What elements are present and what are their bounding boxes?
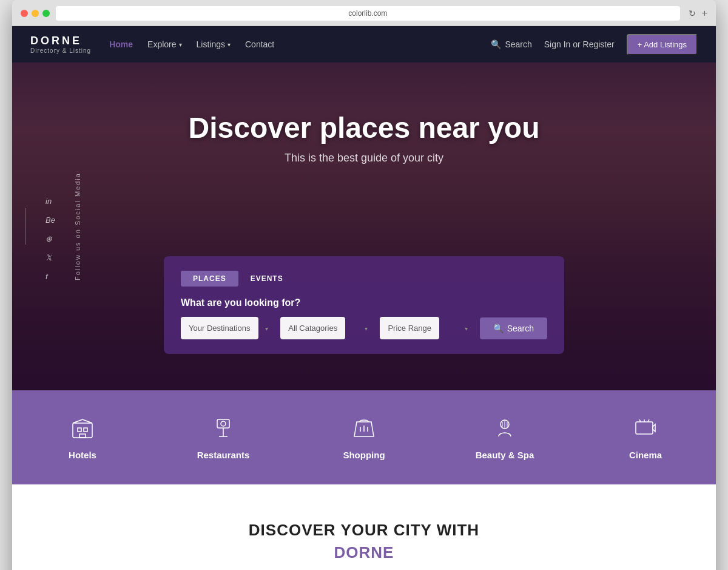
hero-section: Follow us on Social Media in Be ⊕ 𝕏 f Di… xyxy=(12,63,716,390)
window-controls xyxy=(21,10,50,17)
behance-icon[interactable]: Be xyxy=(46,215,55,225)
svg-line-4 xyxy=(73,419,83,423)
search-icon: 🔍 xyxy=(491,39,501,49)
hero-title: Discover places near you xyxy=(36,111,692,144)
shopping-label: Shopping xyxy=(343,450,385,460)
refresh-button[interactable]: ↻ xyxy=(689,8,696,18)
svg-rect-3 xyxy=(79,434,86,438)
svg-line-5 xyxy=(83,419,92,423)
page-content: DORNE Directory & Listing Home Explore ▾… xyxy=(12,26,716,570)
nav-listings[interactable]: Listings ▾ xyxy=(197,39,231,49)
linkedin-icon[interactable]: in xyxy=(46,197,55,206)
twitter-icon[interactable]: 𝕏 xyxy=(46,253,55,262)
price-wrapper: Price Range ▾ xyxy=(380,317,473,339)
social-follow-text: Follow us on Social Media xyxy=(72,172,83,280)
price-arrow-icon: ▾ xyxy=(465,325,468,331)
categories-select[interactable]: All Catagories xyxy=(280,317,345,339)
destination-wrapper: Your Destinations ▾ xyxy=(181,317,274,339)
explore-arrow-icon: ▾ xyxy=(179,41,182,48)
svg-rect-2 xyxy=(84,428,87,432)
destination-arrow-icon: ▾ xyxy=(265,325,268,331)
shopping-icon xyxy=(351,415,377,441)
category-restaurants[interactable]: Restaurants xyxy=(153,390,294,484)
hotel-icon xyxy=(69,415,96,441)
nav-home[interactable]: Home xyxy=(109,39,133,49)
logo-subtitle: Directory & Listing xyxy=(30,47,91,54)
navbar: DORNE Directory & Listing Home Explore ▾… xyxy=(12,26,716,63)
discover-title: DISCOVER YOUR CITY WITH xyxy=(36,521,692,540)
cinema-label: Cinema xyxy=(629,450,662,460)
sign-in-button[interactable]: Sign In or Register xyxy=(544,39,615,49)
close-dot[interactable] xyxy=(21,10,28,17)
add-listings-button[interactable]: + Add Listings xyxy=(627,34,698,55)
tab-places[interactable]: PLACES xyxy=(181,271,238,287)
logo-text[interactable]: DORNE xyxy=(30,35,91,47)
destinations-select[interactable]: Your Destinations xyxy=(181,317,258,339)
search-btn-label: Search xyxy=(507,324,534,333)
tab-events[interactable]: EVENTS xyxy=(238,271,295,287)
nav-contact[interactable]: Contact xyxy=(245,39,274,49)
category-hotels[interactable]: Hotels xyxy=(12,390,153,484)
categories-section: Hotels Restaurants xyxy=(12,390,716,484)
restaurants-label: Restaurants xyxy=(197,450,250,460)
browser-window: colorlib.com ↻ + DORNE Directory & Listi… xyxy=(12,0,716,570)
new-tab-button[interactable]: + xyxy=(702,8,707,19)
dribbble-icon[interactable]: ⊕ xyxy=(46,234,55,243)
category-cinema[interactable]: Cinema xyxy=(575,390,716,484)
beauty-icon xyxy=(491,415,518,441)
svg-rect-0 xyxy=(73,423,92,438)
facebook-icon[interactable]: f xyxy=(46,272,55,281)
hotels-label: Hotels xyxy=(69,450,96,460)
cinema-icon xyxy=(632,415,659,441)
url-text: colorlib.com xyxy=(348,9,387,18)
logo-area: DORNE Directory & Listing xyxy=(30,35,91,54)
search-panel: PLACES EVENTS What are you looking for? … xyxy=(164,256,564,354)
social-icons: in Be ⊕ 𝕏 f xyxy=(46,197,55,281)
category-beauty[interactable]: Beauty & Spa xyxy=(434,390,575,484)
browser-chrome: colorlib.com ↻ + xyxy=(12,0,716,26)
minimize-dot[interactable] xyxy=(32,10,39,17)
url-bar[interactable]: colorlib.com xyxy=(56,6,680,21)
search-fields: Your Destinations ▾ All Catagories ▾ Pri… xyxy=(181,317,547,339)
svg-rect-1 xyxy=(78,428,81,432)
svg-rect-6 xyxy=(217,419,229,428)
search-btn-icon: 🔍 xyxy=(493,324,504,333)
side-divider xyxy=(25,208,26,245)
nav-links: Home Explore ▾ Listings ▾ Contact xyxy=(109,39,491,49)
nav-search-button[interactable]: 🔍 Search xyxy=(491,39,531,49)
search-button[interactable]: 🔍 Search xyxy=(480,317,547,339)
nav-explore[interactable]: Explore ▾ xyxy=(147,39,181,49)
svg-point-9 xyxy=(221,421,226,426)
beauty-label: Beauty & Spa xyxy=(476,450,534,460)
maximize-dot[interactable] xyxy=(42,10,50,17)
svg-rect-18 xyxy=(636,422,653,434)
discover-brand: DORNE xyxy=(36,543,692,562)
categories-wrapper: All Catagories ▾ xyxy=(280,317,374,339)
category-shopping[interactable]: Shopping xyxy=(294,390,434,484)
categories-arrow-icon: ▾ xyxy=(365,325,368,331)
price-select[interactable]: Price Range xyxy=(380,317,439,339)
hero-content: Discover places near you This is the bes… xyxy=(12,111,716,165)
category-cards: Hotels Restaurants xyxy=(12,390,716,484)
listings-arrow-icon: ▾ xyxy=(228,41,231,48)
search-prompt: What are you looking for? xyxy=(181,297,547,308)
restaurant-icon xyxy=(210,415,237,441)
discover-section: DISCOVER YOUR CITY WITH DORNE Class apte… xyxy=(12,484,716,570)
hero-subtitle: This is the best guide of your city xyxy=(36,152,692,165)
search-tabs: PLACES EVENTS xyxy=(181,271,547,287)
nav-right: 🔍 Search Sign In or Register + Add Listi… xyxy=(491,34,698,55)
